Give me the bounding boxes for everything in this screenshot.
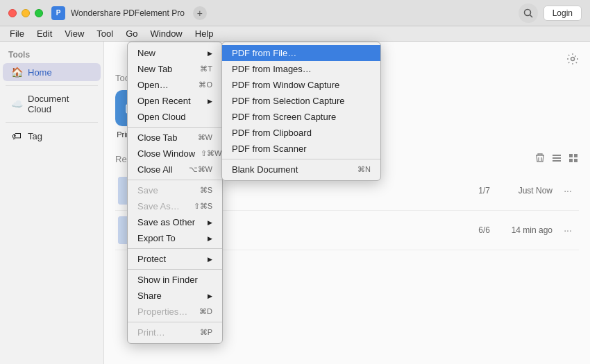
app-title: Wondershare PDFelement Pro — [71, 8, 185, 18]
file-menu-new[interactable]: New — [128, 45, 222, 61]
file-menu-share[interactable]: Share — [128, 288, 222, 304]
search-button[interactable] — [519, 3, 538, 23]
menu-item-view[interactable]: View — [59, 27, 90, 40]
menu-item-go[interactable]: Go — [120, 27, 143, 40]
file-menu-sep-4 — [128, 269, 222, 270]
cloud-icon: ☁️ — [11, 98, 22, 110]
sidebar-tag-label: Tag — [28, 131, 42, 141]
file-menu-new-tab[interactable]: New Tab⌘T — [128, 61, 222, 77]
new-pdf-from-file[interactable]: PDF from File… — [222, 45, 380, 61]
new-pdf-from-clipboard[interactable]: PDF from Clipboard — [222, 125, 380, 141]
settings-icon[interactable] — [566, 53, 579, 67]
svg-line-1 — [530, 15, 532, 17]
file-menu-open[interactable]: Open…⌘O — [128, 77, 222, 93]
recent-pages-2: 6/6 — [462, 225, 490, 235]
close-button[interactable] — [8, 9, 17, 17]
recent-time-2: 14 min ago — [497, 225, 553, 235]
minimize-button[interactable] — [22, 9, 30, 17]
sidebar-home-label: Home — [28, 67, 52, 78]
svg-point-0 — [524, 9, 530, 15]
svg-rect-15 — [569, 154, 573, 157]
file-menu-sep-5 — [128, 322, 222, 322]
sidebar-item-home[interactable]: 🏠 Home — [3, 63, 101, 81]
new-pdf-from-selection-capture[interactable]: PDF from Selection Capture — [222, 93, 380, 109]
menu-item-file[interactable]: File — [4, 27, 30, 40]
search-icon — [523, 8, 533, 18]
file-menu-protect[interactable]: Protect — [128, 251, 222, 267]
svg-rect-14 — [553, 160, 561, 162]
file-menu-save-as-other[interactable]: Save as Other — [128, 214, 222, 230]
sidebar-tools-label: Tools — [0, 47, 103, 62]
file-menu-dropdown: New New Tab⌘T Open…⌘O Open Recent Open C… — [127, 42, 223, 344]
svg-rect-18 — [574, 159, 578, 162]
grid-view-icon[interactable] — [568, 153, 579, 166]
file-menu-open-recent[interactable]: Open Recent — [128, 93, 222, 109]
menu-item-tool[interactable]: Tool — [91, 27, 119, 40]
svg-point-2 — [571, 58, 575, 61]
menu-item-help[interactable]: Help — [189, 27, 219, 40]
recent-time-1: Just Now — [497, 186, 553, 196]
file-menu-close-tab[interactable]: Close Tab⌘W — [128, 130, 222, 146]
new-submenu-sep — [222, 159, 380, 159]
menu-item-edit[interactable]: Edit — [31, 27, 58, 40]
file-menu-save-as: Save As…⇧⌘S — [128, 198, 222, 214]
file-menu-properties: Properties…⌘D — [128, 304, 222, 320]
file-menu-print: Print…⌘P — [128, 324, 222, 340]
recent-more-1[interactable]: ··· — [559, 185, 576, 196]
traffic-lights — [8, 9, 43, 17]
login-button[interactable]: Login — [543, 6, 582, 21]
file-menu-save: Save⌘S — [128, 182, 222, 198]
title-bar-right: Login — [519, 3, 582, 23]
menu-bar: File Edit View Tool Go Window Help — [0, 26, 590, 42]
new-pdf-from-window-capture[interactable]: PDF from Window Capture — [222, 77, 380, 93]
maximize-button[interactable] — [35, 9, 43, 17]
recent-icons — [534, 153, 579, 166]
file-menu-export-to[interactable]: Export To — [128, 230, 222, 246]
title-bar: P Wondershare PDFelement Pro + Login — [0, 0, 590, 26]
svg-rect-16 — [574, 154, 578, 157]
file-menu-open-cloud[interactable]: Open Cloud — [128, 109, 222, 125]
file-menu-sep-1 — [128, 127, 222, 128]
new-tab-button[interactable]: + — [193, 6, 207, 20]
new-blank-document[interactable]: Blank Document⌘N — [222, 162, 380, 177]
svg-rect-17 — [569, 159, 573, 162]
file-menu-close-all[interactable]: Close All⌥⌘W — [128, 162, 222, 177]
file-menu-close-window[interactable]: Close Window⇧⌘W — [128, 146, 222, 162]
sidebar-divider-2 — [6, 122, 98, 123]
sidebar-item-document-cloud[interactable]: ☁️ Document Cloud — [3, 90, 101, 118]
new-pdf-from-screen-capture[interactable]: PDF from Screen Capture — [222, 109, 380, 125]
trash-icon[interactable] — [534, 153, 546, 166]
menu-item-window[interactable]: Window — [145, 27, 188, 40]
recent-pages-1: 1/7 — [462, 186, 490, 196]
svg-rect-12 — [553, 155, 561, 156]
tag-icon: 🏷 — [11, 130, 22, 141]
sidebar-divider-1 — [6, 85, 98, 86]
svg-rect-13 — [553, 157, 561, 159]
sidebar-item-tag[interactable]: 🏷 Tag — [3, 127, 101, 145]
sidebar-cloud-label: Document Cloud — [28, 94, 92, 114]
file-menu-sep-3 — [128, 248, 222, 249]
sidebar: Tools 🏠 Home ☁️ Document Cloud 🏷 Tag — [0, 42, 104, 364]
app-icon: P — [51, 6, 65, 20]
new-pdf-from-images[interactable]: PDF from Images… — [222, 61, 380, 77]
file-menu-sep-2 — [128, 180, 222, 180]
new-submenu: PDF from File… PDF from Images… PDF from… — [221, 42, 381, 181]
file-menu-show-finder[interactable]: Show in Finder — [128, 272, 222, 288]
new-pdf-from-scanner[interactable]: PDF from Scanner — [222, 141, 380, 157]
recent-more-2[interactable]: ··· — [559, 225, 576, 236]
list-view-icon[interactable] — [551, 153, 562, 166]
home-icon: 🏠 — [11, 67, 22, 78]
